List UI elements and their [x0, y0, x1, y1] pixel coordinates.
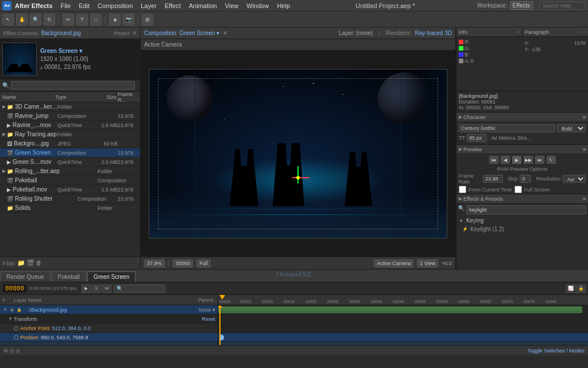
resolution-select[interactable]: Auto — [563, 175, 586, 183]
layer-parent-select[interactable]: None ▾ — [199, 307, 215, 313]
composition-viewer[interactable] — [141, 51, 455, 256]
position-row[interactable]: Position 960.0, 540.0, 7588.8 — [0, 333, 218, 342]
workspace-select[interactable]: Effects — [510, 1, 533, 10]
tree-item-10[interactable]: ▶ Pokeball.mov QuickTime 2.5 MB 23.976 — [0, 185, 140, 194]
fx-menu-btn[interactable]: ≡ — [583, 196, 586, 202]
tl-lock[interactable]: 🔒 — [577, 285, 586, 293]
menu-file[interactable]: File — [57, 2, 74, 10]
tool-pen[interactable]: ✏ — [63, 14, 74, 25]
anchor-row[interactable]: Anchor Point 512.0, 384.0, 0.0 — [0, 324, 218, 333]
full-screen-check[interactable] — [514, 186, 522, 193]
preview-header[interactable]: ▶ Preview ≡ — [457, 145, 588, 154]
prev-fwd-frame[interactable]: ▶▶ — [524, 156, 533, 164]
anchor-val[interactable]: 512.0, 384.0, 0.0 — [52, 325, 91, 331]
tree-item-5[interactable]: 🖼 Backgro....jpg JPEG 60 KB — [0, 139, 140, 148]
menu-help[interactable]: Help — [273, 2, 293, 10]
timeline-tracks[interactable] — [218, 305, 588, 345]
tl-mute-btn[interactable]: M — [102, 285, 111, 293]
prev-back-frame[interactable]: ◀ — [501, 156, 510, 164]
menu-animation[interactable]: Animation — [185, 2, 220, 10]
new-comp-btn[interactable]: 🎬 — [26, 259, 34, 267]
track-anchor[interactable] — [218, 324, 588, 333]
delete-btn[interactable]: 🗑 — [36, 259, 42, 267]
font-name-input[interactable] — [459, 124, 555, 132]
tree-item-11[interactable]: 🎬 Rolling Shutter Composition 23.976 — [0, 194, 140, 204]
view-count-select[interactable]: 1 View — [417, 259, 438, 267]
effects-item-keylight[interactable]: ⚡ Keylight (1.2) — [457, 225, 588, 233]
prev-menu-btn[interactable]: ≡ — [583, 147, 586, 152]
tool-shape[interactable]: □ — [90, 14, 102, 25]
tl-solo-btn[interactable]: S — [92, 285, 101, 293]
project-panel-close[interactable]: ✕ — [132, 30, 137, 36]
renderer-value[interactable]: Ray-traced 3D — [415, 30, 452, 36]
camera-view-select[interactable]: Active Camera — [374, 259, 413, 267]
transform-reset-btn[interactable]: Reset — [202, 316, 215, 322]
zoom-control[interactable]: 37.8% — [144, 259, 165, 267]
tree-item-4[interactable]: ▶ 📁 Ray Tracing.aep Folder — [0, 130, 140, 139]
tree-item-0[interactable]: ▶ 📁 3D Came...ker.aep Folder — [0, 102, 140, 112]
menu-window[interactable]: Window — [243, 2, 272, 10]
timecode-display[interactable]: 00000 — [173, 259, 193, 267]
prev-skip-end[interactable]: ⏭ — [535, 156, 544, 164]
tl-graph-editor[interactable]: 📈 — [566, 285, 575, 293]
tree-item-12[interactable]: 📁 Solids Folder — [0, 204, 140, 213]
tool-snapping[interactable]: ⊞ — [142, 14, 153, 25]
tl-search-input[interactable] — [114, 285, 165, 293]
anchor-stopwatch[interactable] — [14, 326, 18, 331]
menu-composition[interactable]: Composition — [94, 2, 136, 10]
layer-row-3[interactable]: 👁 ◉ 🔒 3 Background.jpg None ▾ — [0, 305, 218, 315]
tree-item-6[interactable]: 🎬 Green Screen Composition 23.976 — [0, 148, 140, 158]
tl-tab-pokeball[interactable]: Pokeball — [52, 271, 86, 282]
tl-tab-green-screen[interactable]: Green Screen — [87, 271, 136, 282]
effects-search-input[interactable] — [466, 205, 586, 214]
transform-row[interactable]: ▼ Transform Reset — [0, 315, 218, 324]
position-stopwatch[interactable] — [14, 335, 18, 340]
project-search-input[interactable] — [11, 81, 135, 90]
comp-panel-close[interactable]: ✕ — [223, 30, 227, 36]
track-layer-3[interactable] — [218, 305, 588, 315]
quality-select[interactable]: Full — [196, 259, 211, 267]
tree-item-2[interactable]: ▶ Ravine_....mov QuickTime 1.6 MB 23.976 — [0, 121, 140, 130]
prev-skip-start[interactable]: ⏮ — [489, 156, 498, 164]
font-style-select[interactable]: Bold — [557, 124, 586, 132]
para-menu-btn[interactable]: ≡ — [583, 29, 586, 34]
tool-puppet[interactable]: ◈ — [109, 14, 121, 25]
tool-hand[interactable]: ✋ — [16, 14, 28, 25]
layer-lock[interactable]: 🔒 — [16, 307, 22, 313]
search-help-input[interactable] — [540, 2, 586, 10]
menu-edit[interactable]: Edit — [75, 2, 93, 10]
effects-category-keying[interactable]: ▼ Keying — [457, 216, 588, 225]
tree-item-1[interactable]: 🎬 Ravine_jump Composition 23.976 — [0, 112, 140, 121]
tool-rotate[interactable]: ↻ — [44, 14, 55, 25]
skip-input[interactable] — [520, 175, 531, 183]
tl-play-btn[interactable]: ▶ — [82, 285, 91, 293]
track-position[interactable] — [218, 333, 588, 342]
layer-eye[interactable]: 👁 — [2, 307, 8, 313]
timeline-timecode[interactable]: 00000 — [2, 283, 27, 293]
frame-rate-input[interactable] — [483, 175, 503, 183]
menu-effect[interactable]: Effect — [161, 2, 184, 10]
track-transform[interactable] — [218, 315, 588, 324]
char-menu-btn[interactable]: ≡ — [583, 114, 586, 120]
info-menu-btn[interactable]: ≡ — [517, 29, 520, 34]
prev-play[interactable]: ▶ — [512, 156, 521, 164]
tool-camera[interactable]: 📷 — [123, 14, 134, 25]
tree-item-7[interactable]: ▶ Green S....mov QuickTime 2.0 MB 23.976 — [0, 158, 140, 167]
layer-solo[interactable]: ◉ — [9, 307, 15, 313]
prev-loop[interactable]: ↻ — [547, 156, 556, 164]
tree-item-9[interactable]: 🎬 Pokeball Composition — [0, 176, 140, 185]
tree-item-8[interactable]: ▶ 📁 Rolling_...tter.aep Folder — [0, 167, 140, 176]
new-folder-btn[interactable]: 📁 — [17, 259, 25, 267]
character-header[interactable]: ▶ Character ≡ — [457, 113, 588, 122]
toggle-switches-btn[interactable]: Toggle Switches / Modes — [527, 348, 585, 354]
track-position-c[interactable] — [218, 342, 588, 345]
font-size-input[interactable] — [467, 134, 487, 142]
tool-text[interactable]: T — [76, 14, 88, 25]
menu-view[interactable]: View — [222, 2, 242, 10]
ruler-bar[interactable]: 00005 00010 00015 00020 00025 00030 0003… — [218, 295, 588, 305]
tool-zoom[interactable]: 🔍 — [30, 14, 41, 25]
menu-layer[interactable]: Layer — [137, 2, 160, 10]
tool-arrow[interactable]: ↖ — [2, 14, 14, 25]
position-val[interactable]: 960.0, 540.0, 7588.8 — [41, 335, 88, 340]
from-current-check[interactable] — [459, 186, 466, 193]
